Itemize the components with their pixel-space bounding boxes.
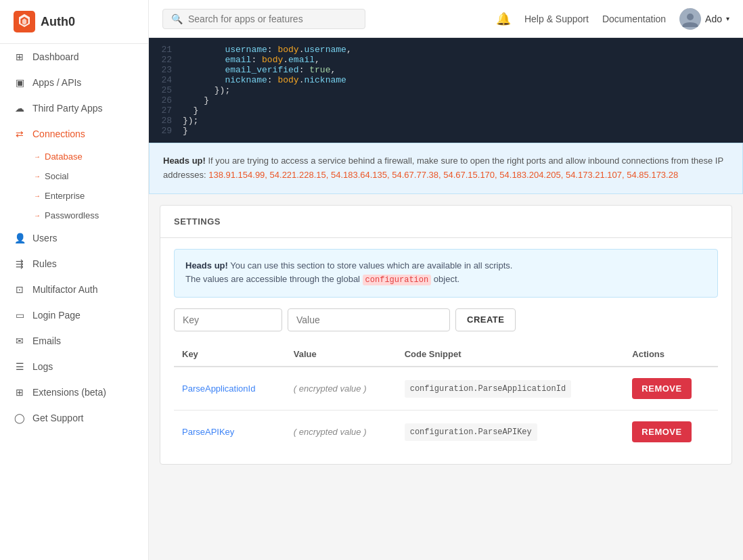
info-heads-up: Heads up!	[185, 260, 228, 271]
col-snippet: Code Snippet	[397, 342, 625, 367]
sidebar-item-users[interactable]: 👤 Users	[0, 225, 148, 251]
sidebar-item-emails[interactable]: ✉ Emails	[0, 328, 148, 354]
settings-header: SETTINGS	[160, 206, 731, 238]
sidebar-item-apps-apis[interactable]: ▣ Apps / APIs	[0, 70, 148, 95]
sub-item-label: Enterprise	[45, 191, 85, 201]
sidebar-item-rules[interactable]: ⇶ Rules	[0, 251, 148, 277]
sidebar-item-label: Third Party Apps	[32, 103, 103, 114]
sidebar-item-label: Apps / APIs	[32, 77, 81, 88]
sidebar-sub-enterprise[interactable]: → Enterprise	[27, 186, 148, 206]
col-key: Key	[174, 342, 286, 367]
table-cell-value: ( encrypted value )	[286, 367, 397, 411]
search-icon: 🔍	[171, 14, 183, 24]
sidebar-item-label: Logs	[32, 361, 53, 372]
key-link[interactable]: ParseApplicationId	[182, 383, 255, 394]
sidebar-item-label: Rules	[32, 258, 57, 269]
heads-up-label: Heads up!	[163, 156, 206, 166]
arrow-icon: →	[34, 172, 41, 180]
sidebar-item-login-page[interactable]: ▭ Login Page	[0, 302, 148, 328]
search-input[interactable]	[188, 14, 357, 24]
sidebar-item-label: Emails	[32, 335, 61, 346]
avatar	[679, 8, 701, 30]
search-box[interactable]: 🔍	[162, 9, 365, 29]
value-input[interactable]	[288, 308, 450, 331]
table-cell-snippet: configuration.ParseApplicationId	[397, 367, 625, 411]
sub-item-label: Database	[45, 151, 83, 162]
sidebar-item-label: Connections	[32, 129, 85, 139]
mail-icon: ✉	[14, 335, 26, 347]
table-cell-key: ParseAPIKey	[174, 410, 286, 453]
user-name: Ado	[705, 14, 722, 24]
code-snippet-value: configuration.ParseApplicationId	[405, 380, 571, 398]
table-cell-actions: REMOVE	[624, 410, 718, 453]
help-support-link[interactable]: Help & Support	[524, 14, 589, 24]
key-input[interactable]	[174, 308, 282, 331]
sidebar-item-logs[interactable]: ☰ Logs	[0, 354, 148, 379]
table-row: ParseAPIKey ( encrypted value ) configur…	[174, 410, 718, 453]
encrypted-value: ( encrypted value )	[294, 427, 367, 437]
code-line-24: 24 nickname: body.nickname	[149, 75, 743, 85]
bell-icon[interactable]: 🔔	[496, 11, 511, 26]
user-menu[interactable]: Ado ▾	[679, 8, 729, 30]
support-icon: ◯	[14, 412, 26, 424]
sidebar-item-label: Dashboard	[32, 51, 79, 62]
sidebar-item-get-support[interactable]: ◯ Get Support	[0, 405, 148, 431]
arrow-icon: →	[34, 192, 41, 200]
remove-button[interactable]: REMOVE	[632, 421, 691, 442]
sub-item-label: Passwordless	[45, 210, 99, 220]
arrow-icon: →	[34, 153, 41, 160]
code-line-23: 23 email_verified: true,	[149, 65, 743, 75]
code-line-26: 26 }	[149, 95, 743, 106]
code-line-21: 21 username: body.username,	[149, 45, 743, 55]
sidebar-item-label: Multifactor Auth	[32, 284, 98, 295]
app-title: Auth0	[41, 15, 75, 29]
sidebar-item-multifactor[interactable]: ⊡ Multifactor Auth	[0, 277, 148, 302]
sidebar-item-connections[interactable]: ⇄ Connections	[0, 121, 148, 147]
sidebar-sub-social[interactable]: → Social	[27, 166, 148, 186]
code-line-25: 25 });	[149, 85, 743, 95]
arrow-icon: →	[34, 212, 41, 219]
table-header-row: Key Value Code Snippet Actions	[174, 342, 718, 367]
code-line-29: 29 }	[149, 126, 743, 136]
remove-button[interactable]: REMOVE	[632, 378, 691, 399]
code-line-28: 28 });	[149, 116, 743, 126]
code-line-22: 22 email: body.email,	[149, 55, 743, 65]
sidebar-item-label: Users	[32, 233, 58, 243]
sidebar-item-label: Extensions (beta)	[32, 387, 106, 398]
settings-info-box: Heads up! You can use this section to st…	[174, 249, 718, 298]
col-actions: Actions	[624, 342, 718, 367]
info-message-1: You can use this section to store values…	[230, 260, 512, 271]
dashboard-icon: ⊞	[14, 51, 26, 63]
table-row: ParseApplicationId ( encrypted value ) c…	[174, 367, 718, 411]
create-form: CREATE	[174, 308, 718, 331]
svg-point-5	[687, 14, 694, 20]
info-message-2: The values are accessible through the gl…	[185, 274, 363, 284]
key-link[interactable]: ParseAPIKey	[182, 427, 234, 437]
topbar-right: 🔔 Help & Support Documentation Ado ▾	[496, 8, 729, 30]
sidebar-item-extensions[interactable]: ⊞ Extensions (beta)	[0, 379, 148, 405]
logo-area: Auth0	[0, 0, 148, 44]
sidebar-item-third-party[interactable]: ☁ Third Party Apps	[0, 95, 148, 121]
col-value: Value	[286, 342, 397, 367]
chevron-down-icon: ▾	[726, 15, 729, 22]
table-cell-value: ( encrypted value )	[286, 410, 397, 453]
connections-icon: ⇄	[14, 128, 26, 140]
users-icon: 👤	[14, 232, 26, 244]
sidebar-item-dashboard[interactable]: ⊞ Dashboard	[0, 44, 148, 70]
info-code-snippet: configuration	[363, 275, 432, 285]
settings-table: Key Value Code Snippet Actions ParseAppl…	[174, 342, 718, 453]
main-content: 21 username: body.username, 22 email: bo…	[149, 38, 743, 560]
monitor-icon: ▭	[14, 309, 26, 321]
sidebar-sub-passwordless[interactable]: → Passwordless	[27, 206, 148, 225]
logs-icon: ☰	[14, 360, 26, 373]
encrypted-value: ( encrypted value )	[294, 383, 367, 394]
documentation-link[interactable]: Documentation	[602, 14, 666, 24]
code-editor: 21 username: body.username, 22 email: bo…	[149, 38, 743, 143]
table-cell-key: ParseApplicationId	[174, 367, 286, 411]
create-button[interactable]: CREATE	[455, 308, 516, 331]
cloud-icon: ☁	[14, 102, 26, 114]
code-snippet-value: configuration.ParseAPIKey	[405, 423, 537, 441]
auth0-logo-icon	[14, 11, 35, 32]
sidebar-sub-database[interactable]: → Database	[27, 147, 148, 166]
main-area: 🔍 🔔 Help & Support Documentation Ado ▾ 2…	[149, 0, 743, 560]
